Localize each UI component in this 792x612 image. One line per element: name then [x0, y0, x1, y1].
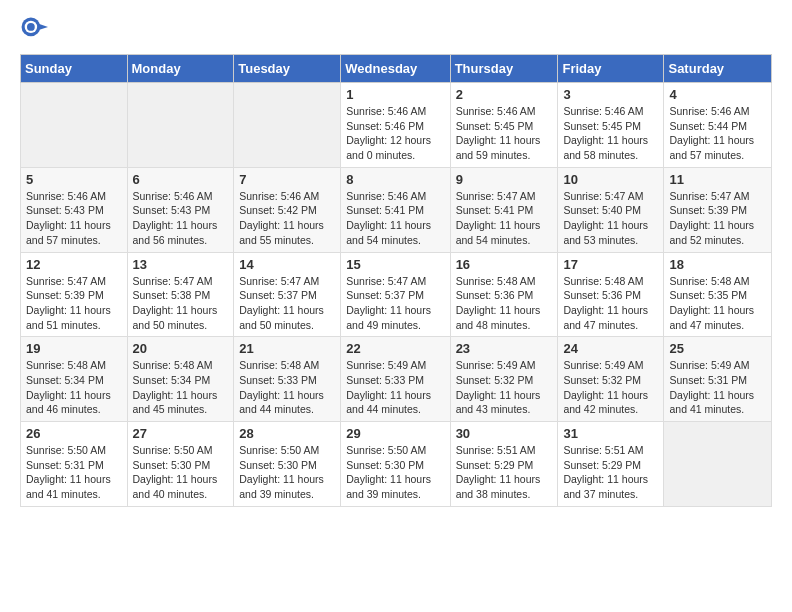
week-row-3: 12Sunrise: 5:47 AMSunset: 5:39 PMDayligh… — [21, 252, 772, 337]
weekday-sunday: Sunday — [21, 55, 128, 83]
week-row-4: 19Sunrise: 5:48 AMSunset: 5:34 PMDayligh… — [21, 337, 772, 422]
day-number: 13 — [133, 257, 229, 272]
day-number: 7 — [239, 172, 335, 187]
day-info: Sunrise: 5:50 AMSunset: 5:30 PMDaylight:… — [133, 443, 229, 502]
day-cell: 20Sunrise: 5:48 AMSunset: 5:34 PMDayligh… — [127, 337, 234, 422]
day-info: Sunrise: 5:46 AMSunset: 5:43 PMDaylight:… — [133, 189, 229, 248]
day-cell: 7Sunrise: 5:46 AMSunset: 5:42 PMDaylight… — [234, 167, 341, 252]
day-cell: 11Sunrise: 5:47 AMSunset: 5:39 PMDayligh… — [664, 167, 772, 252]
day-cell — [127, 83, 234, 168]
day-info: Sunrise: 5:51 AMSunset: 5:29 PMDaylight:… — [456, 443, 553, 502]
day-cell: 4Sunrise: 5:46 AMSunset: 5:44 PMDaylight… — [664, 83, 772, 168]
day-info: Sunrise: 5:46 AMSunset: 5:44 PMDaylight:… — [669, 104, 766, 163]
day-number: 9 — [456, 172, 553, 187]
day-number: 1 — [346, 87, 444, 102]
day-info: Sunrise: 5:49 AMSunset: 5:33 PMDaylight:… — [346, 358, 444, 417]
day-info: Sunrise: 5:49 AMSunset: 5:31 PMDaylight:… — [669, 358, 766, 417]
weekday-wednesday: Wednesday — [341, 55, 450, 83]
day-info: Sunrise: 5:48 AMSunset: 5:36 PMDaylight:… — [456, 274, 553, 333]
day-info: Sunrise: 5:46 AMSunset: 5:41 PMDaylight:… — [346, 189, 444, 248]
week-row-1: 1Sunrise: 5:46 AMSunset: 5:46 PMDaylight… — [21, 83, 772, 168]
day-cell: 14Sunrise: 5:47 AMSunset: 5:37 PMDayligh… — [234, 252, 341, 337]
day-number: 29 — [346, 426, 444, 441]
svg-marker-3 — [39, 24, 48, 30]
day-cell: 17Sunrise: 5:48 AMSunset: 5:36 PMDayligh… — [558, 252, 664, 337]
day-cell: 22Sunrise: 5:49 AMSunset: 5:33 PMDayligh… — [341, 337, 450, 422]
day-cell: 5Sunrise: 5:46 AMSunset: 5:43 PMDaylight… — [21, 167, 128, 252]
day-info: Sunrise: 5:46 AMSunset: 5:46 PMDaylight:… — [346, 104, 444, 163]
day-info: Sunrise: 5:49 AMSunset: 5:32 PMDaylight:… — [563, 358, 658, 417]
day-cell: 24Sunrise: 5:49 AMSunset: 5:32 PMDayligh… — [558, 337, 664, 422]
day-number: 31 — [563, 426, 658, 441]
day-cell: 2Sunrise: 5:46 AMSunset: 5:45 PMDaylight… — [450, 83, 558, 168]
day-number: 18 — [669, 257, 766, 272]
day-number: 24 — [563, 341, 658, 356]
day-info: Sunrise: 5:47 AMSunset: 5:37 PMDaylight:… — [239, 274, 335, 333]
day-number: 14 — [239, 257, 335, 272]
svg-point-2 — [27, 23, 35, 31]
day-cell: 6Sunrise: 5:46 AMSunset: 5:43 PMDaylight… — [127, 167, 234, 252]
day-cell: 28Sunrise: 5:50 AMSunset: 5:30 PMDayligh… — [234, 422, 341, 507]
logo-icon — [20, 16, 48, 44]
day-number: 11 — [669, 172, 766, 187]
day-info: Sunrise: 5:46 AMSunset: 5:43 PMDaylight:… — [26, 189, 122, 248]
day-number: 4 — [669, 87, 766, 102]
weekday-header-row: SundayMondayTuesdayWednesdayThursdayFrid… — [21, 55, 772, 83]
day-info: Sunrise: 5:48 AMSunset: 5:35 PMDaylight:… — [669, 274, 766, 333]
day-info: Sunrise: 5:46 AMSunset: 5:45 PMDaylight:… — [563, 104, 658, 163]
day-number: 25 — [669, 341, 766, 356]
day-cell: 13Sunrise: 5:47 AMSunset: 5:38 PMDayligh… — [127, 252, 234, 337]
day-number: 17 — [563, 257, 658, 272]
day-number: 23 — [456, 341, 553, 356]
day-info: Sunrise: 5:47 AMSunset: 5:39 PMDaylight:… — [669, 189, 766, 248]
day-number: 22 — [346, 341, 444, 356]
day-cell: 27Sunrise: 5:50 AMSunset: 5:30 PMDayligh… — [127, 422, 234, 507]
day-number: 6 — [133, 172, 229, 187]
day-cell: 26Sunrise: 5:50 AMSunset: 5:31 PMDayligh… — [21, 422, 128, 507]
day-number: 30 — [456, 426, 553, 441]
day-cell: 10Sunrise: 5:47 AMSunset: 5:40 PMDayligh… — [558, 167, 664, 252]
day-number: 21 — [239, 341, 335, 356]
day-number: 12 — [26, 257, 122, 272]
weekday-friday: Friday — [558, 55, 664, 83]
day-cell: 21Sunrise: 5:48 AMSunset: 5:33 PMDayligh… — [234, 337, 341, 422]
day-number: 27 — [133, 426, 229, 441]
page: SundayMondayTuesdayWednesdayThursdayFrid… — [0, 0, 792, 523]
day-number: 20 — [133, 341, 229, 356]
calendar: SundayMondayTuesdayWednesdayThursdayFrid… — [20, 54, 772, 507]
day-number: 15 — [346, 257, 444, 272]
day-cell: 9Sunrise: 5:47 AMSunset: 5:41 PMDaylight… — [450, 167, 558, 252]
day-info: Sunrise: 5:46 AMSunset: 5:42 PMDaylight:… — [239, 189, 335, 248]
day-cell — [21, 83, 128, 168]
day-info: Sunrise: 5:48 AMSunset: 5:34 PMDaylight:… — [133, 358, 229, 417]
day-info: Sunrise: 5:50 AMSunset: 5:31 PMDaylight:… — [26, 443, 122, 502]
day-cell: 29Sunrise: 5:50 AMSunset: 5:30 PMDayligh… — [341, 422, 450, 507]
day-info: Sunrise: 5:46 AMSunset: 5:45 PMDaylight:… — [456, 104, 553, 163]
day-info: Sunrise: 5:48 AMSunset: 5:34 PMDaylight:… — [26, 358, 122, 417]
day-info: Sunrise: 5:50 AMSunset: 5:30 PMDaylight:… — [239, 443, 335, 502]
header — [20, 16, 772, 44]
day-cell: 25Sunrise: 5:49 AMSunset: 5:31 PMDayligh… — [664, 337, 772, 422]
day-info: Sunrise: 5:48 AMSunset: 5:33 PMDaylight:… — [239, 358, 335, 417]
day-cell: 19Sunrise: 5:48 AMSunset: 5:34 PMDayligh… — [21, 337, 128, 422]
week-row-5: 26Sunrise: 5:50 AMSunset: 5:31 PMDayligh… — [21, 422, 772, 507]
day-cell: 3Sunrise: 5:46 AMSunset: 5:45 PMDaylight… — [558, 83, 664, 168]
day-number: 16 — [456, 257, 553, 272]
weekday-thursday: Thursday — [450, 55, 558, 83]
day-number: 10 — [563, 172, 658, 187]
day-cell — [234, 83, 341, 168]
day-info: Sunrise: 5:51 AMSunset: 5:29 PMDaylight:… — [563, 443, 658, 502]
day-cell: 18Sunrise: 5:48 AMSunset: 5:35 PMDayligh… — [664, 252, 772, 337]
day-number: 5 — [26, 172, 122, 187]
week-row-2: 5Sunrise: 5:46 AMSunset: 5:43 PMDaylight… — [21, 167, 772, 252]
day-info: Sunrise: 5:50 AMSunset: 5:30 PMDaylight:… — [346, 443, 444, 502]
day-number: 3 — [563, 87, 658, 102]
day-info: Sunrise: 5:49 AMSunset: 5:32 PMDaylight:… — [456, 358, 553, 417]
day-cell — [664, 422, 772, 507]
day-info: Sunrise: 5:47 AMSunset: 5:40 PMDaylight:… — [563, 189, 658, 248]
day-cell: 30Sunrise: 5:51 AMSunset: 5:29 PMDayligh… — [450, 422, 558, 507]
day-number: 2 — [456, 87, 553, 102]
weekday-tuesday: Tuesday — [234, 55, 341, 83]
day-info: Sunrise: 5:48 AMSunset: 5:36 PMDaylight:… — [563, 274, 658, 333]
day-number: 28 — [239, 426, 335, 441]
